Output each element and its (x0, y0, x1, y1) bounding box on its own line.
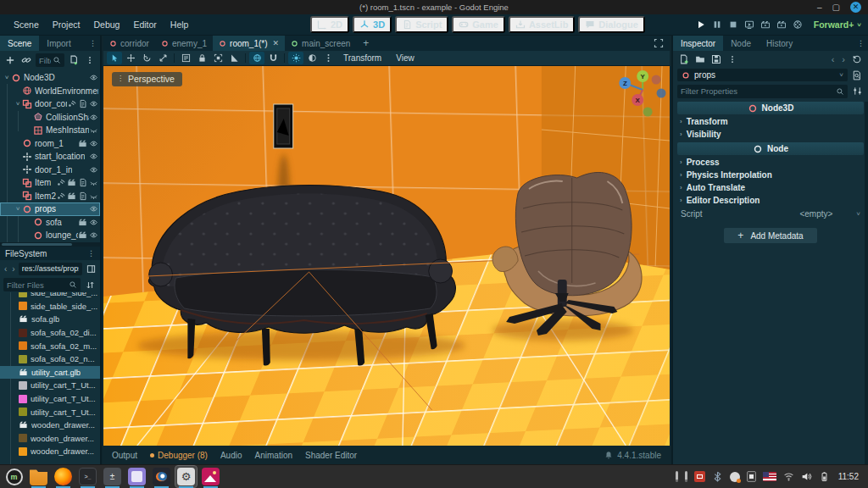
inspector-filter-input[interactable] (681, 86, 834, 96)
new-scene-tab-button[interactable]: + (356, 36, 376, 51)
stop-button[interactable] (728, 19, 738, 30)
ruler-tool-button[interactable] (226, 52, 242, 64)
renderer-selector[interactable]: Forward+˅ (814, 19, 861, 30)
taskbar-app-image-viewer[interactable] (200, 466, 221, 487)
tray-clipboard[interactable] (747, 471, 756, 482)
object-history-button[interactable] (850, 53, 864, 66)
bottom-tab-output[interactable]: Output (112, 451, 137, 460)
clapper-icon[interactable] (78, 139, 87, 148)
scene-tab-room_1-[interactable]: room_1(*)✕ (213, 36, 285, 51)
scene-tab-main_screen[interactable]: main_screen (285, 36, 356, 51)
mode-dialogue[interactable]: Dialogue (578, 16, 644, 33)
tree-node-sofa[interactable]: sofa (0, 216, 100, 230)
tray-battery[interactable] (819, 471, 830, 482)
new-resource-button[interactable] (677, 53, 691, 66)
visibility-toggle-icon[interactable] (89, 125, 98, 135)
use-local-space-toggle-button[interactable] (249, 52, 264, 64)
scene-dock-menu-button[interactable]: ⋮ (86, 36, 100, 51)
preview-sun-toggle-button[interactable] (288, 52, 303, 64)
taskbar-app-notes-app[interactable] (126, 466, 147, 487)
save-resource-button[interactable] (709, 53, 723, 66)
load-resource-button[interactable] (693, 53, 707, 66)
open-docs-button[interactable] (850, 69, 864, 82)
script-property-row[interactable]: Script <empty> ˅ (673, 206, 868, 222)
taskbar-app-firefox[interactable] (53, 466, 74, 487)
tree-node-door_corri[interactable]: ˅door_corri (0, 97, 100, 111)
property-group-transform[interactable]: ›Transform (673, 115, 868, 127)
close-tab-icon[interactable]: ✕ (273, 39, 280, 47)
tray-pen-1[interactable] (676, 471, 678, 482)
file-sofa-glb[interactable]: sofa.glb (0, 313, 100, 326)
snap-toggle-button[interactable] (265, 52, 281, 64)
file-wooden_drawer-[interactable]: wooden_drawer... (0, 445, 100, 458)
file-sofa_sofa_02_m-[interactable]: sofa_sofa_02_m... (0, 339, 100, 352)
bottom-tab-debugger-8-[interactable]: Debugger (8) (150, 451, 208, 460)
property-group-process[interactable]: ›Process (673, 156, 868, 168)
scale-tool-button[interactable] (155, 52, 170, 64)
file-sofa_sofa_02_di-[interactable]: sofa_sofa_02_di... (0, 326, 100, 340)
visibility-toggle-icon[interactable] (89, 139, 98, 148)
visibility-toggle-icon[interactable] (89, 152, 98, 161)
visibility-toggle-icon[interactable] (89, 99, 98, 108)
file-sofa_sofa_02_n-[interactable]: sofa_sofa_02_n... (0, 352, 100, 366)
menu-scene[interactable]: Scene (7, 17, 46, 32)
viewport-3d[interactable]: Y Z X ⋮ Perspective (103, 66, 670, 446)
history-forward-button[interactable]: › (839, 54, 848, 64)
clapper-icon[interactable] (67, 191, 76, 201)
file-utility_cart-glb[interactable]: utility_cart.glb (0, 366, 100, 380)
tree-node-node3d[interactable]: ˅Node3D (0, 71, 100, 85)
mode-script[interactable]: Script (395, 16, 448, 33)
visibility-toggle-icon[interactable] (89, 230, 98, 240)
dock-tab-import[interactable]: Import (39, 36, 78, 51)
preview-environment-toggle-button[interactable] (304, 52, 320, 64)
fs-forward-button[interactable]: › (10, 264, 16, 274)
property-group-auto-translate[interactable]: ›Auto Translate (673, 181, 868, 193)
tree-node-collisionshape3[interactable]: CollisionShape3 (0, 111, 100, 125)
tree-node-worldenvironment[interactable]: WorldEnvironment (0, 85, 100, 98)
visibility-toggle-icon[interactable] (89, 191, 98, 201)
script-icon[interactable] (78, 178, 87, 187)
scene-tab-corridor[interactable]: corridor (103, 36, 155, 51)
taskbar-app-terminal[interactable]: >_ (77, 466, 98, 487)
move-tool-button[interactable] (123, 52, 138, 64)
fs-filter-input[interactable] (7, 280, 67, 290)
tray-bluetooth[interactable] (712, 471, 723, 482)
file-side_table_side_-[interactable]: side_table_side_... (0, 300, 100, 313)
file-wooden_drawer-[interactable]: wooden_drawer... (0, 419, 100, 432)
object-selector[interactable]: props ˅ (677, 69, 848, 81)
visibility-toggle-icon[interactable] (89, 204, 98, 214)
inspector-scrollbar[interactable] (865, 102, 868, 464)
transform-menu[interactable]: Transform (337, 53, 388, 63)
visibility-toggle-icon[interactable] (89, 113, 98, 122)
tray-screenshot[interactable] (694, 471, 705, 482)
property-group-editor-description[interactable]: ›Editor Description (673, 194, 868, 206)
signal-icon[interactable] (56, 191, 65, 201)
attach-script-button[interactable] (67, 53, 81, 67)
expand-viewport-button[interactable] (648, 36, 670, 51)
gizmo-x-label[interactable]: X (636, 97, 641, 104)
gizmo-z-label[interactable]: Z (623, 80, 627, 87)
resource-menu-button[interactable] (726, 53, 739, 66)
script-icon[interactable] (78, 191, 87, 201)
tree-node-door_1_in[interactable]: door_1_in (0, 164, 100, 177)
taskbar-app-blender[interactable] (151, 466, 172, 487)
fs-split-view-button[interactable] (84, 262, 97, 275)
tree-node-lounge_chai[interactable]: lounge_chai (0, 229, 100, 242)
instance-scene-button[interactable] (19, 53, 33, 67)
file-utility_cart_T_Ut-[interactable]: utility_cart_T_Ut... (0, 392, 100, 406)
dock-tab-scene[interactable]: Scene (0, 36, 39, 51)
list-select-tool-button[interactable] (178, 52, 193, 64)
tree-node-item[interactable]: Item (0, 176, 100, 190)
inspector-tab-node[interactable]: Node (723, 36, 759, 51)
tray-pen-2[interactable] (685, 471, 687, 482)
play-scene-button[interactable] (744, 19, 754, 30)
visibility-toggle-icon[interactable] (89, 178, 98, 187)
play-button[interactable] (696, 19, 706, 30)
mode-assetlib[interactable]: AssetLib (509, 16, 575, 33)
clapper-icon[interactable] (67, 178, 76, 187)
add-node-button[interactable] (3, 53, 17, 67)
tray-volume[interactable] (801, 471, 812, 482)
clapper-icon[interactable] (78, 218, 87, 227)
tree-node-props[interactable]: ˅props (0, 202, 100, 216)
tray-update-shield[interactable] (730, 472, 740, 482)
